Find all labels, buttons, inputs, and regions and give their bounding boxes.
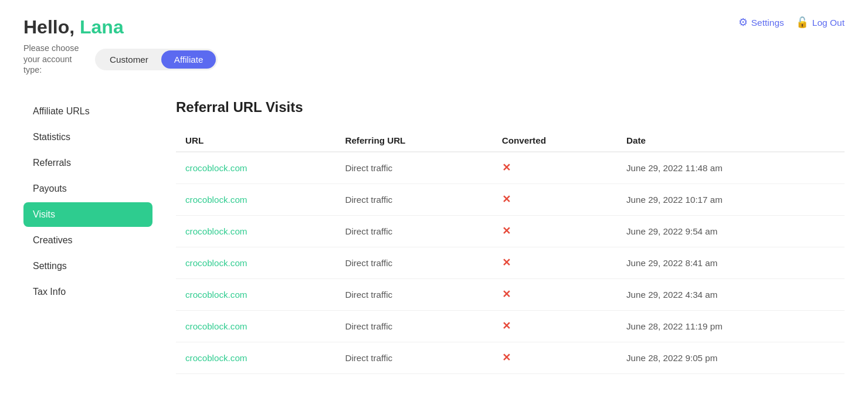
- cell-referring-url: Direct traffic: [335, 216, 492, 247]
- table-body: crocoblock.comDirect traffic✕June 29, 20…: [176, 152, 845, 374]
- sidebar-item-tax-info[interactable]: Tax Info: [23, 280, 152, 304]
- toggle-customer[interactable]: Customer: [97, 50, 161, 69]
- greeting-heading: Hello, Lana: [23, 16, 218, 38]
- account-type-label: Please choose your account type:: [23, 43, 88, 76]
- table-row: crocoblock.comDirect traffic✕June 29, 20…: [176, 216, 845, 247]
- sidebar-item-creatives[interactable]: Creatives: [23, 228, 152, 253]
- table-row: crocoblock.comDirect traffic✕June 29, 20…: [176, 184, 845, 216]
- cell-date: June 29, 2022 9:54 am: [617, 216, 845, 247]
- logout-icon: 🔓: [796, 16, 809, 29]
- cell-converted: ✕: [493, 342, 617, 374]
- cell-referring-url: Direct traffic: [335, 311, 492, 342]
- cell-referring-url: Direct traffic: [335, 152, 492, 184]
- table-row: crocoblock.comDirect traffic✕June 29, 20…: [176, 279, 845, 311]
- url-link[interactable]: crocoblock.com: [185, 163, 247, 173]
- converted-indicator: ✕: [502, 320, 511, 332]
- main-layout: Affiliate URLs Statistics Referrals Payo…: [0, 99, 868, 397]
- url-link[interactable]: crocoblock.com: [185, 226, 247, 236]
- top-actions: ⚙ Settings 🔓 Log Out: [738, 16, 845, 29]
- toggle-affiliate[interactable]: Affiliate: [161, 50, 216, 69]
- sidebar-item-referrals[interactable]: Referrals: [23, 151, 152, 175]
- content-area: Referral URL Visits URL Referring URL Co…: [164, 99, 868, 397]
- url-link[interactable]: crocoblock.com: [185, 321, 247, 331]
- sidebar-item-visits[interactable]: Visits: [23, 202, 152, 227]
- converted-indicator: ✕: [502, 352, 511, 363]
- cell-converted: ✕: [493, 279, 617, 311]
- cell-referring-url: Direct traffic: [335, 279, 492, 311]
- account-type-row: Please choose your account type: Custome…: [23, 43, 218, 76]
- cell-converted: ✕: [493, 216, 617, 247]
- greeting-name: Lana: [80, 16, 124, 38]
- table-row: crocoblock.comDirect traffic✕June 29, 20…: [176, 152, 845, 184]
- cell-converted: ✕: [493, 184, 617, 216]
- settings-label: Settings: [751, 18, 784, 28]
- logout-label: Log Out: [812, 18, 845, 28]
- sidebar: Affiliate URLs Statistics Referrals Payo…: [0, 99, 164, 397]
- table-row: crocoblock.comDirect traffic✕June 29, 20…: [176, 247, 845, 279]
- cell-url: crocoblock.com: [176, 216, 335, 247]
- page-title: Referral URL Visits: [176, 99, 845, 115]
- col-converted: Converted: [493, 130, 617, 152]
- greeting-section: Hello, Lana Please choose your account t…: [23, 16, 218, 76]
- top-bar: Hello, Lana Please choose your account t…: [0, 0, 868, 76]
- cell-url: crocoblock.com: [176, 311, 335, 342]
- table-row: crocoblock.comDirect traffic✕June 28, 20…: [176, 311, 845, 342]
- settings-link[interactable]: ⚙ Settings: [738, 16, 784, 29]
- col-url: URL: [176, 130, 335, 152]
- cell-date: June 29, 2022 4:34 am: [617, 279, 845, 311]
- cell-date: June 29, 2022 8:41 am: [617, 247, 845, 279]
- logout-link[interactable]: 🔓 Log Out: [796, 16, 845, 29]
- cell-referring-url: Direct traffic: [335, 247, 492, 279]
- url-link[interactable]: crocoblock.com: [185, 290, 247, 300]
- cell-date: June 29, 2022 11:48 am: [617, 152, 845, 184]
- sidebar-item-statistics[interactable]: Statistics: [23, 125, 152, 149]
- cell-converted: ✕: [493, 247, 617, 279]
- col-date: Date: [617, 130, 845, 152]
- url-link[interactable]: crocoblock.com: [185, 195, 247, 205]
- table-header: URL Referring URL Converted Date: [176, 130, 845, 152]
- converted-indicator: ✕: [502, 288, 511, 300]
- url-link[interactable]: crocoblock.com: [185, 353, 247, 363]
- cell-url: crocoblock.com: [176, 342, 335, 374]
- cell-url: crocoblock.com: [176, 279, 335, 311]
- cell-converted: ✕: [493, 311, 617, 342]
- col-referring-url: Referring URL: [335, 130, 492, 152]
- cell-referring-url: Direct traffic: [335, 342, 492, 374]
- converted-indicator: ✕: [502, 162, 511, 174]
- table-row: crocoblock.comDirect traffic✕June 28, 20…: [176, 342, 845, 374]
- converted-indicator: ✕: [502, 257, 511, 269]
- converted-indicator: ✕: [502, 193, 511, 205]
- sidebar-item-settings[interactable]: Settings: [23, 254, 152, 278]
- sidebar-item-affiliate-urls[interactable]: Affiliate URLs: [23, 99, 152, 124]
- url-link[interactable]: crocoblock.com: [185, 258, 247, 268]
- greeting-hello: Hello,: [23, 16, 80, 38]
- cell-date: June 29, 2022 10:17 am: [617, 184, 845, 216]
- converted-indicator: ✕: [502, 225, 511, 237]
- cell-url: crocoblock.com: [176, 247, 335, 279]
- cell-url: crocoblock.com: [176, 184, 335, 216]
- account-type-toggle[interactable]: Customer Affiliate: [95, 49, 218, 70]
- gear-icon: ⚙: [738, 16, 748, 29]
- cell-date: June 28, 2022 11:19 pm: [617, 311, 845, 342]
- cell-converted: ✕: [493, 152, 617, 184]
- cell-url: crocoblock.com: [176, 152, 335, 184]
- cell-date: June 28, 2022 9:05 pm: [617, 342, 845, 374]
- sidebar-item-payouts[interactable]: Payouts: [23, 176, 152, 201]
- cell-referring-url: Direct traffic: [335, 184, 492, 216]
- visits-table: URL Referring URL Converted Date crocobl…: [176, 130, 845, 374]
